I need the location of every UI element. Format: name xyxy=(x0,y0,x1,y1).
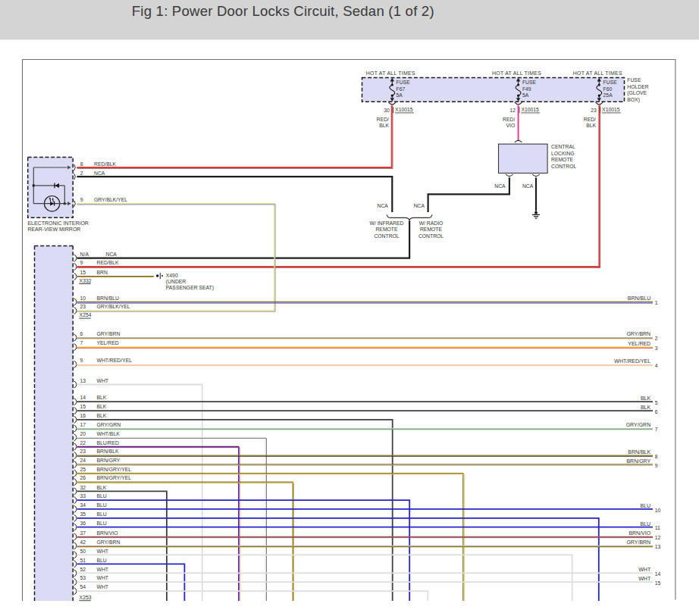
svg-text:34: 34 xyxy=(80,502,86,508)
svg-text:42: 42 xyxy=(80,539,86,545)
svg-text:15: 15 xyxy=(80,404,86,409)
svg-text:REAR-VIEW MIRROR: REAR-VIEW MIRROR xyxy=(27,227,80,232)
svg-text:36: 36 xyxy=(80,521,86,526)
svg-text:8: 8 xyxy=(80,161,83,167)
svg-text:6: 6 xyxy=(80,331,83,336)
svg-text:2: 2 xyxy=(80,170,83,176)
svg-text:CONTROL: CONTROL xyxy=(551,164,576,169)
svg-text:BLK: BLK xyxy=(97,395,107,400)
svg-text:NCA: NCA xyxy=(94,170,105,176)
svg-text:23: 23 xyxy=(80,449,86,454)
svg-text:37: 37 xyxy=(80,530,86,536)
svg-text:GRY/GRN: GRY/GRN xyxy=(97,422,121,427)
svg-text:22: 22 xyxy=(80,440,86,446)
svg-text:HOLDER: HOLDER xyxy=(627,84,648,89)
svg-text:BRN/VIO: BRN/VIO xyxy=(97,530,118,536)
svg-text:BLU: BLU xyxy=(641,503,651,508)
svg-text:30: 30 xyxy=(384,108,390,113)
svg-text:51: 51 xyxy=(80,558,86,563)
svg-text:32: 32 xyxy=(80,485,86,490)
svg-text:5: 5 xyxy=(655,400,658,405)
svg-text:BRN: BRN xyxy=(97,270,108,275)
svg-text:9: 9 xyxy=(80,197,83,202)
svg-text:WHT/BLK: WHT/BLK xyxy=(97,431,121,436)
svg-text:WHT: WHT xyxy=(97,549,108,554)
svg-text:17: 17 xyxy=(80,422,86,427)
svg-text:X490: X490 xyxy=(166,273,178,278)
svg-text:NCA: NCA xyxy=(494,183,506,189)
svg-text:FUSE: FUSE xyxy=(627,77,641,83)
svg-text:24: 24 xyxy=(80,458,86,463)
svg-text:X253: X253 xyxy=(80,595,92,600)
svg-text:RED/BLK: RED/BLK xyxy=(97,260,120,265)
svg-text:13: 13 xyxy=(655,544,661,549)
svg-text:10: 10 xyxy=(655,508,661,513)
svg-text:6: 6 xyxy=(655,409,658,414)
svg-text:FUSE: FUSE xyxy=(397,80,411,85)
svg-text:VIO: VIO xyxy=(506,123,516,128)
svg-text:(UNDER: (UNDER xyxy=(166,279,187,285)
svg-text:RED/: RED/ xyxy=(584,117,596,122)
svg-text:LOCKING: LOCKING xyxy=(551,151,575,156)
svg-text:CONTROL: CONTROL xyxy=(374,233,399,239)
svg-text:HOT AT ALL TIMES: HOT AT ALL TIMES xyxy=(573,70,622,76)
svg-text:23: 23 xyxy=(591,108,597,113)
svg-text:14: 14 xyxy=(80,395,86,400)
svg-text:BLU: BLU xyxy=(97,511,107,517)
svg-text:YEL/RED: YEL/RED xyxy=(97,340,119,346)
svg-text:5A: 5A xyxy=(522,92,529,98)
svg-text:2: 2 xyxy=(655,336,658,341)
svg-text:WHT: WHT xyxy=(97,584,108,589)
svg-text:YEL/RED: YEL/RED xyxy=(628,341,650,346)
svg-text:REMOTE: REMOTE xyxy=(420,227,443,232)
svg-text:BLK: BLK xyxy=(641,396,651,401)
svg-text:NCA: NCA xyxy=(378,203,389,208)
svg-text:X10015: X10015 xyxy=(602,107,620,112)
svg-text:F67: F67 xyxy=(397,86,406,92)
svg-text:WHT: WHT xyxy=(97,567,108,572)
svg-text:REMOTE: REMOTE xyxy=(375,227,398,232)
svg-text:GRY/BRN: GRY/BRN xyxy=(97,331,121,336)
svg-text:54: 54 xyxy=(80,584,86,589)
svg-text:12: 12 xyxy=(655,535,661,540)
svg-text:BRN/GRY: BRN/GRY xyxy=(626,458,650,464)
svg-text:BRN/GRY/YEL: BRN/GRY/YEL xyxy=(97,475,132,480)
svg-text:BLK: BLK xyxy=(97,404,107,409)
svg-text:BLU: BLU xyxy=(97,521,107,526)
svg-text:9: 9 xyxy=(655,463,658,468)
svg-text:WHT: WHT xyxy=(97,575,108,580)
svg-text:20: 20 xyxy=(80,431,86,436)
svg-text:X332: X332 xyxy=(80,278,92,283)
svg-text:CONTROL: CONTROL xyxy=(418,233,444,239)
svg-text:1: 1 xyxy=(655,300,658,305)
svg-text:RED/: RED/ xyxy=(503,117,515,122)
svg-text:WHT: WHT xyxy=(638,567,651,572)
svg-text:W/ INFRARED: W/ INFRARED xyxy=(370,220,404,226)
svg-text:52: 52 xyxy=(80,567,86,572)
svg-text:8: 8 xyxy=(655,454,658,459)
svg-text:(GLOVE: (GLOVE xyxy=(627,90,647,96)
svg-text:NCA: NCA xyxy=(522,183,534,189)
svg-text:Fig 1: Power Door Locks Circui: Fig 1: Power Door Locks Circuit, Sedan (… xyxy=(132,3,434,19)
svg-text:15: 15 xyxy=(80,270,86,275)
svg-text:ELECTRONIC INTERIOR: ELECTRONIC INTERIOR xyxy=(27,220,89,226)
svg-text:BRN/BLU: BRN/BLU xyxy=(628,295,650,301)
svg-text:FUSE: FUSE xyxy=(522,80,537,85)
svg-text:GRY/GRN: GRY/GRN xyxy=(626,422,651,427)
svg-text:5A: 5A xyxy=(397,92,403,98)
svg-text:RED/BLK: RED/BLK xyxy=(94,161,117,167)
svg-text:WHT: WHT xyxy=(97,378,108,383)
svg-text:WHT: WHT xyxy=(638,576,651,581)
svg-text:BRN/GRY/YEL: BRN/GRY/YEL xyxy=(97,467,132,472)
svg-text:12: 12 xyxy=(509,108,516,113)
svg-text:X10015: X10015 xyxy=(521,107,539,112)
svg-text:FUSE: FUSE xyxy=(603,80,618,85)
svg-text:HOT AT ALL TIMES: HOT AT ALL TIMES xyxy=(492,70,541,76)
svg-text:N/A: N/A xyxy=(80,252,89,257)
svg-text:4: 4 xyxy=(655,363,658,368)
svg-text:BOX): BOX) xyxy=(627,97,640,103)
svg-text:33: 33 xyxy=(80,493,86,499)
svg-text:BLK: BLK xyxy=(586,123,596,128)
svg-text:WHT/RED/YEL: WHT/RED/YEL xyxy=(614,358,650,364)
svg-text:NCA: NCA xyxy=(414,203,425,208)
